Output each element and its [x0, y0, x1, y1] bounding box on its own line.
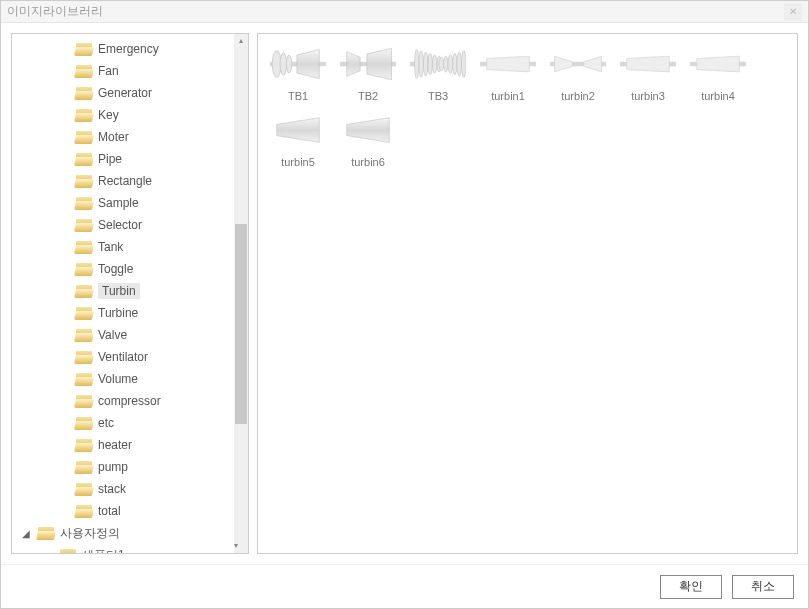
tree-item-label: Selector	[98, 218, 142, 232]
thumbnail-label: turbin2	[561, 90, 595, 102]
ok-button[interactable]: 확인	[660, 575, 722, 599]
tree-item-etc[interactable]: etc	[12, 412, 234, 434]
tree-item-label: compressor	[98, 394, 161, 408]
folder-icon	[76, 307, 92, 320]
svg-point-20	[462, 51, 466, 78]
folder-icon	[76, 263, 92, 276]
tree-item-total[interactable]: total	[12, 500, 234, 522]
tree-item-label: Rectangle	[98, 174, 152, 188]
svg-point-2	[280, 53, 287, 75]
thumbnail-TB3[interactable]: TB3	[406, 42, 470, 102]
tree-item-heater[interactable]: heater	[12, 434, 234, 456]
tree-item-label: Tank	[98, 240, 123, 254]
tree-item-label: Fan	[98, 64, 119, 78]
svg-point-16	[444, 56, 448, 72]
thumbnail-turbin1[interactable]: turbin1	[476, 42, 540, 102]
dialog-title: 이미지라이브러리	[7, 3, 103, 20]
folder-icon	[76, 65, 92, 78]
thumbnail-TB2[interactable]: TB2	[336, 42, 400, 102]
tree-item-label: total	[98, 504, 121, 518]
turbine-icon	[340, 108, 396, 152]
tree-item-label: Key	[98, 108, 119, 122]
scroll-up-icon[interactable]: ▴	[234, 34, 248, 48]
folder-icon	[76, 439, 92, 452]
tree-item-pump[interactable]: pump	[12, 456, 234, 478]
tree-item-label: heater	[98, 438, 132, 452]
svg-marker-27	[627, 56, 670, 72]
svg-marker-24	[554, 56, 572, 72]
tree-item-label: Toggle	[98, 262, 133, 276]
tree-item-tank[interactable]: Tank	[12, 236, 234, 258]
folder-icon	[76, 285, 92, 298]
svg-point-3	[286, 55, 292, 73]
folder-icon	[76, 351, 92, 364]
cancel-button[interactable]: 취소	[732, 575, 794, 599]
svg-point-9	[414, 49, 418, 78]
tree-item-turbine[interactable]: Turbine	[12, 302, 234, 324]
folder-icon	[76, 483, 92, 496]
thumbnail-panel: TB1TB2TB3turbin1turbin2turbin3turbin4tur…	[257, 33, 798, 554]
svg-point-18	[453, 53, 457, 75]
folder-tree[interactable]: EmergencyFanGeneratorKeyMoterPipeRectang…	[12, 34, 234, 554]
tree-item-user-sub[interactable]: 새폴더1	[12, 544, 234, 554]
thumbnail-label: turbin6	[351, 156, 385, 168]
image-library-dialog: 이미지라이브러리 ✕ EmergencyFanGeneratorKeyMoter…	[0, 0, 809, 609]
thumbnail-grid: TB1TB2TB3turbin1turbin2turbin3turbin4tur…	[266, 42, 789, 168]
folder-icon	[38, 527, 54, 540]
thumbnail-turbin4[interactable]: turbin4	[686, 42, 750, 102]
tree-item-ventilator[interactable]: Ventilator	[12, 346, 234, 368]
svg-point-11	[423, 52, 427, 76]
tree-item-compressor[interactable]: compressor	[12, 390, 234, 412]
svg-marker-22	[487, 56, 530, 72]
tree-item-turbin[interactable]: Turbin	[12, 280, 234, 302]
turbine-icon	[410, 42, 466, 86]
tree-item-label: stack	[98, 482, 126, 496]
svg-marker-29	[697, 56, 740, 72]
thumbnail-turbin6[interactable]: turbin6	[336, 108, 400, 168]
turbine-icon	[620, 42, 676, 86]
tree-item-volume[interactable]: Volume	[12, 368, 234, 390]
tree-item-label: Generator	[98, 86, 152, 100]
expander-icon[interactable]: ◢	[22, 528, 32, 539]
dialog-body: EmergencyFanGeneratorKeyMoterPipeRectang…	[1, 23, 808, 564]
thumbnail-label: turbin3	[631, 90, 665, 102]
thumbnail-turbin3[interactable]: turbin3	[616, 42, 680, 102]
close-button[interactable]: ✕	[784, 3, 802, 21]
folder-icon	[76, 417, 92, 430]
tree-item-stack[interactable]: stack	[12, 478, 234, 500]
tree-item-label: pump	[98, 460, 128, 474]
thumbnail-turbin5[interactable]: turbin5	[266, 108, 330, 168]
turbine-icon	[550, 42, 606, 86]
tree-item-valve[interactable]: Valve	[12, 324, 234, 346]
tree-item-fan[interactable]: Fan	[12, 60, 234, 82]
svg-point-15	[439, 57, 443, 70]
scroll-down-icon[interactable]: ▾	[234, 539, 238, 553]
svg-point-12	[428, 53, 432, 74]
scroll-thumb[interactable]	[235, 224, 247, 424]
thumbnail-TB1[interactable]: TB1	[266, 42, 330, 102]
thumbnail-label: TB1	[288, 90, 308, 102]
tree-item-generator[interactable]: Generator	[12, 82, 234, 104]
tree-item-key[interactable]: Key	[12, 104, 234, 126]
tree-scrollbar[interactable]: ▴ ▾	[234, 34, 248, 553]
tree-item-pipe[interactable]: Pipe	[12, 148, 234, 170]
tree-item-selector[interactable]: Selector	[12, 214, 234, 236]
tree-item-label: etc	[98, 416, 114, 430]
svg-point-10	[419, 51, 423, 77]
tree-item-user[interactable]: ◢사용자정의	[12, 522, 234, 544]
folder-icon	[76, 241, 92, 254]
tree-item-toggle[interactable]: Toggle	[12, 258, 234, 280]
thumbnail-turbin2[interactable]: turbin2	[546, 42, 610, 102]
thumbnail-label: TB2	[358, 90, 378, 102]
titlebar: 이미지라이브러리 ✕	[1, 1, 808, 23]
thumbnail-label: TB3	[428, 90, 448, 102]
tree-item-moter[interactable]: Moter	[12, 126, 234, 148]
tree-item-emergency[interactable]: Emergency	[12, 38, 234, 60]
tree-item-label: 새폴더1	[82, 547, 125, 555]
tree-item-rectangle[interactable]: Rectangle	[12, 170, 234, 192]
turbine-icon	[270, 108, 326, 152]
svg-marker-31	[347, 118, 390, 143]
tree-item-sample[interactable]: Sample	[12, 192, 234, 214]
folder-icon	[76, 219, 92, 232]
folder-icon	[76, 329, 92, 342]
